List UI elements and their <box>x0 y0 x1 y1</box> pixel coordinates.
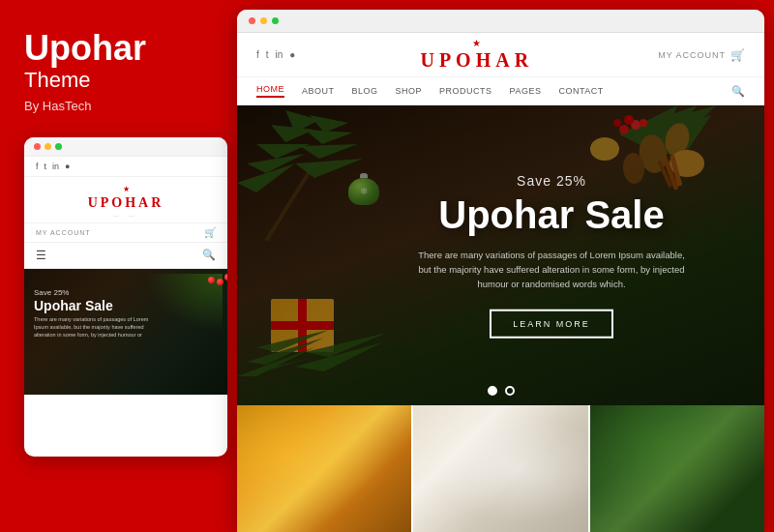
desktop-cart-icon[interactable]: 🛒 <box>730 48 745 62</box>
desktop-instagram-icon[interactable]: in <box>276 49 283 60</box>
desktop-facebook-icon[interactable]: f <box>256 49 259 60</box>
mobile-account-label: MY ACCOUNT <box>36 229 91 236</box>
mobile-facebook-icon: f <box>36 162 39 171</box>
mobile-social-bar: f t in ● <box>24 157 227 177</box>
desktop-search-icon[interactable]: 🔍 <box>731 85 745 98</box>
browser-top-bar <box>237 10 764 33</box>
dot-yellow <box>45 143 51 150</box>
desktop-logo-star-icon: ★ <box>295 38 658 48</box>
mobile-nav-bar: ☰ 🔍 <box>24 243 227 269</box>
desktop-logo: ★ UPOHAR <box>295 38 658 72</box>
slider-dot-2[interactable] <box>505 386 515 396</box>
desktop-account-label[interactable]: MY ACCOUNT <box>658 50 726 60</box>
desktop-account-area: MY ACCOUNT 🛒 <box>658 48 745 62</box>
mobile-hero: Save 25% Upohar Sale There are many vari… <box>24 269 227 395</box>
desktop-nav: HOME ABOUT BLOG SHOP PRODUCTS PAGES CONT… <box>237 77 764 104</box>
hero-learn-more-button[interactable]: LEARN MORE <box>490 309 613 338</box>
thumbnails-row <box>237 405 764 532</box>
nav-item-products[interactable]: PRODUCTS <box>439 86 492 96</box>
desktop-social-row: f t in ● ★ UPOHAR MY ACCOUNT 🛒 <box>237 33 764 77</box>
nav-item-contact[interactable]: CONTACT <box>558 86 603 96</box>
browser-dot-red <box>249 17 255 24</box>
mobile-hamburger-icon[interactable]: ☰ <box>36 249 46 262</box>
desktop-social-icons: f t in ● <box>256 49 295 60</box>
mobile-hero-content: Save 25% Upohar Sale There are many vari… <box>34 288 160 339</box>
mobile-pinterest-icon: ● <box>65 162 70 171</box>
mobile-search-icon[interactable]: 🔍 <box>202 249 216 261</box>
mobile-browser-bar <box>24 137 227 157</box>
thumbnail-2[interactable] <box>413 405 587 532</box>
desktop-twitter-icon[interactable]: t <box>266 49 269 60</box>
left-panel: Upohar Theme By HasTech f t in ● ★ UPOHA… <box>0 0 237 532</box>
brand-by: By HasTech <box>24 99 213 113</box>
mobile-cart-icon: 🛒 <box>204 227 216 238</box>
hero-save-text: Save 25% <box>416 173 687 189</box>
thumbnail-3[interactable] <box>590 405 764 532</box>
mobile-logo: ★ UPOHAR — — <box>24 177 227 223</box>
hero-content: Save 25% Upohar Sale There are many vari… <box>416 173 687 339</box>
mobile-desc-text: There are many variations of passages of… <box>34 316 160 339</box>
brand-subtitle: Theme <box>24 68 213 93</box>
nav-item-shop[interactable]: SHOP <box>396 86 423 96</box>
slider-dot-1[interactable] <box>488 386 497 396</box>
dot-red <box>34 143 41 150</box>
hero-section: ❄ Save 25% Upohar Sale There ar <box>237 105 764 405</box>
hero-title: Upohar Sale <box>416 193 687 236</box>
mobile-instagram-icon: in <box>52 162 59 171</box>
mobile-twitter-icon: t <box>45 162 47 171</box>
nav-item-about[interactable]: ABOUT <box>302 86 335 96</box>
mobile-save-text: Save 25% <box>34 288 160 297</box>
mobile-logo-underline: — — <box>29 213 223 219</box>
nav-item-home[interactable]: HOME <box>256 84 284 98</box>
brand-title: Upohar <box>24 29 213 68</box>
nav-item-blog[interactable]: BLOG <box>352 86 378 96</box>
desktop-header: f t in ● ★ UPOHAR MY ACCOUNT 🛒 HOME ABOU… <box>237 33 764 105</box>
browser-dot-yellow <box>260 17 267 24</box>
thumbnail-1[interactable] <box>237 405 411 532</box>
mobile-logo-icon: ★ <box>29 185 223 193</box>
browser-dot-green <box>272 17 279 24</box>
slider-dots <box>488 386 515 396</box>
mobile-logo-text: UPOHAR <box>29 195 223 211</box>
mobile-mockup: f t in ● ★ UPOHAR — — MY ACCOUNT 🛒 ☰ 🔍 <box>24 137 227 457</box>
desktop-logo-text: UPOHAR <box>295 49 658 72</box>
hero-description: There are many variations of passages of… <box>416 248 687 292</box>
mobile-account-bar: MY ACCOUNT 🛒 <box>24 223 227 243</box>
nav-item-pages[interactable]: PAGES <box>510 86 542 96</box>
dot-green <box>55 143 62 150</box>
mobile-sale-title: Upohar Sale <box>34 299 160 313</box>
right-panel: f t in ● ★ UPOHAR MY ACCOUNT 🛒 HOME ABOU… <box>237 10 764 532</box>
